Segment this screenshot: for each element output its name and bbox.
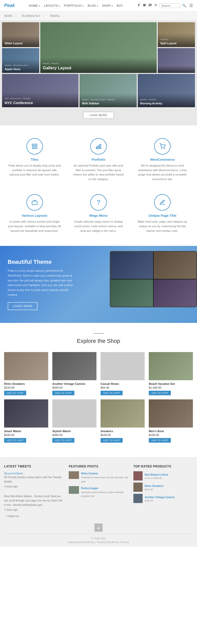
featured-post-desc-2: Quisquam quasi dolores ut ipsa molestias… <box>81 490 128 498</box>
grid-item-gallery[interactable]: NEWS, TRAVEL Gallery Layout <box>40 22 157 73</box>
grid-item-split[interactable]: TRAVEL Split Layout <box>158 22 195 47</box>
tweet-handle[interactable]: @LauricenDavis <box>4 472 23 475</box>
nav-shop[interactable]: SHOP ▾ <box>100 4 115 7</box>
product-name-7: Sneakers <box>101 430 145 433</box>
load-more-wrap: LOAD MORE <box>2 107 195 123</box>
features-grid: Tiles Peak allows you to display blog po… <box>5 136 192 236</box>
grid-item-cat: NEWS, TRAVEL <box>43 62 154 65</box>
blog-filter: NEWS • TECHNOLOGY • TRAVEL <box>0 11 197 20</box>
product-casual-shoes[interactable]: Casual Shoes $55.00 ADD TO CART <box>101 352 145 395</box>
hamburger-icon[interactable]: ☰ <box>189 3 193 8</box>
filter-technology[interactable]: TECHNOLOGY <box>21 15 41 17</box>
filter-travel[interactable]: TRAVEL <box>50 15 60 17</box>
nav-home[interactable]: HOME ▾ <box>27 4 42 7</box>
nav-portfolio[interactable]: PORTFOLIO ▾ <box>62 4 86 7</box>
tweet-time-2: 7 hours ago <box>4 508 64 512</box>
top-rated-img-2 <box>133 483 143 492</box>
grid-item-placeholder[interactable] <box>158 48 195 73</box>
load-more-button[interactable]: LOAD MORE <box>83 112 114 119</box>
svg-point-0 <box>154 6 155 6</box>
search-input[interactable] <box>160 3 180 8</box>
grid-item-title: With Sidebar <box>82 102 134 105</box>
scroll-top-button[interactable]: ▲ <box>94 523 103 532</box>
footer-tweets: Latest Tweets @LauricenDavis All Themify… <box>4 465 64 518</box>
facebook-icon[interactable] <box>137 3 141 8</box>
feature-megamenu-title: Mega Menu <box>72 214 125 217</box>
add-to-cart-7[interactable]: ADD TO CART <box>101 438 123 443</box>
feature-portfolio-desc: An optional Portfolio post type with pos… <box>72 163 125 181</box>
grid-item-overlay: NEWS, TRAVEL Morning Activity <box>138 93 195 107</box>
add-to-cart-3[interactable]: ADD TO CART <box>101 391 123 395</box>
twitter-icon[interactable] <box>143 3 146 8</box>
tweet-text-1: All Themify themes comes built in with t… <box>4 475 64 484</box>
grid-item-apple[interactable]: NEWS, TECHNOLOGY Apple Store <box>2 48 39 73</box>
grid-item-title: NYC Conference <box>5 101 76 105</box>
feature-woo-desc: We've designed the theme to work seamles… <box>136 163 189 181</box>
feature-portfolio-title: Portfolio <box>72 158 125 161</box>
product-beach-set[interactable]: Beach Vacation Set $1,500.00 ADD TO CART <box>149 352 193 395</box>
feature-tiles-desc: Peak allows you to display blog posts an… <box>8 163 61 177</box>
filter-news[interactable]: NEWS <box>4 15 12 17</box>
add-to-cart-1[interactable]: ADD TO CART <box>4 391 26 395</box>
top-rated-1: Red Women's Boot $344.00 $105.00 <box>133 471 193 481</box>
product-vintage-camera[interactable]: Another Vintage Camera $300.00 ADD TO CA… <box>52 352 96 395</box>
product-img-6 <box>52 399 96 428</box>
product-smart-watch[interactable]: Smart Watch $200.00 ADD TO CART <box>4 399 48 443</box>
product-name-6: Stylish Watch <box>52 430 96 433</box>
filter-separator2: • <box>44 15 45 17</box>
banner-content: Beautiful Theme Peak is a very visual ma… <box>8 259 189 310</box>
top-rated-img-3 <box>133 494 143 503</box>
product-img-2 <box>52 352 96 380</box>
footer-bottom: © Peak 2015 Powered by WordPress • Themi… <box>4 534 193 547</box>
follow-link[interactable]: → Follow me <box>4 514 64 518</box>
product-img-5 <box>4 399 48 428</box>
grid-item-overlay: TRAVEL Split Layout <box>158 33 195 47</box>
nav-blog[interactable]: BLOG ▾ <box>86 4 100 7</box>
shop-divider <box>93 333 104 334</box>
grid-item-overlay: ART, ECOLOGY, TRAVEL NYC Conference <box>2 92 78 107</box>
grid-item-nyc[interactable]: ART, ECOLOGY, TRAVEL NYC Conference <box>2 74 78 107</box>
feature-tiles-title: Tiles <box>8 158 61 161</box>
top-rated-link-2[interactable]: Retro Sneakers <box>145 484 163 488</box>
layouts-icon-circle <box>26 194 43 211</box>
svg-rect-2 <box>35 144 37 146</box>
nav-buy[interactable]: BUY <box>115 4 125 7</box>
grid-item-cat: ART, ECOLOGY, TRAVEL <box>5 97 76 100</box>
add-to-cart-8[interactable]: ADD TO CART <box>149 438 171 443</box>
add-to-cart-2[interactable]: ADD TO CART <box>52 391 74 395</box>
add-to-cart-6[interactable]: ADD TO CART <box>52 438 74 443</box>
rss-icon[interactable] <box>154 3 157 8</box>
main-nav: HOME ▾ LAYOUTS ▾ PORTFOLIO ▾ BLOG ▾ SHOP… <box>27 4 125 7</box>
site-logo[interactable]: Peak <box>4 3 15 8</box>
featured-post-link-2[interactable]: Perfect Angler <box>81 486 128 490</box>
top-rated-3: Another Vintage Camera $269.60 <box>133 494 193 503</box>
grid-item-title: Split Layout <box>160 41 192 45</box>
learn-more-button[interactable]: LEARN MORE <box>8 302 37 310</box>
grid-item-overlay: NEWS, TECHNOLOGY, TRAVEL With Sidebar <box>80 93 137 107</box>
grid-item-slider[interactable]: Slider Layout <box>2 22 39 47</box>
add-to-cart-4[interactable]: ADD TO CART <box>149 391 171 395</box>
featured-post-text-1: Retro Camera Voluptate sit aspernatur au… <box>81 471 128 484</box>
top-rated-link-3[interactable]: Another Vintage Camera <box>145 495 175 499</box>
product-sneakers[interactable]: Sneakers $100.00 ADD TO CART <box>101 399 145 443</box>
product-retro-sneakers[interactable]: Retro Sneakers $220.00 ADD TO CART <box>4 352 48 395</box>
pinterest-icon[interactable] <box>148 3 152 8</box>
add-to-cart-5[interactable]: ADD TO CART <box>4 438 26 443</box>
feature-pagetitle-desc: Make each post, page, and category as un… <box>136 220 189 233</box>
grid-item-title: Morning Activity <box>140 102 192 105</box>
feature-layouts: Various Layouts It comes with various ar… <box>5 192 64 236</box>
search-icon[interactable]: 🔍 <box>182 4 186 7</box>
grid-item-morning[interactable]: NEWS, TRAVEL Morning Activity <box>138 74 195 107</box>
product-stylish-watch[interactable]: Stylish Watch $300.00 ADD TO CART <box>52 399 96 443</box>
features-section: Tiles Peak allows you to display blog po… <box>0 125 197 246</box>
feature-pagetitle-title: Unique Page Title <box>136 214 189 217</box>
scroll-top-area: ▲ <box>4 523 193 532</box>
top-rated-link-1[interactable]: Red Women's Boot <box>145 473 168 477</box>
featured-post-link-1[interactable]: Retro Camera <box>81 471 128 476</box>
grid-item-overlay <box>158 66 195 73</box>
top-rated-new-1: $105.00 <box>154 477 162 479</box>
product-mens-boot[interactable]: Men's Boot $100.00 ADD TO CART <box>149 399 193 443</box>
nav-layouts[interactable]: LAYOUTS ▾ <box>42 4 62 7</box>
grid-item-sidebar[interactable]: NEWS, TECHNOLOGY, TRAVEL With Sidebar <box>80 74 137 107</box>
shop-grid-row2: Smart Watch $200.00 ADD TO CART Stylish … <box>4 399 193 443</box>
